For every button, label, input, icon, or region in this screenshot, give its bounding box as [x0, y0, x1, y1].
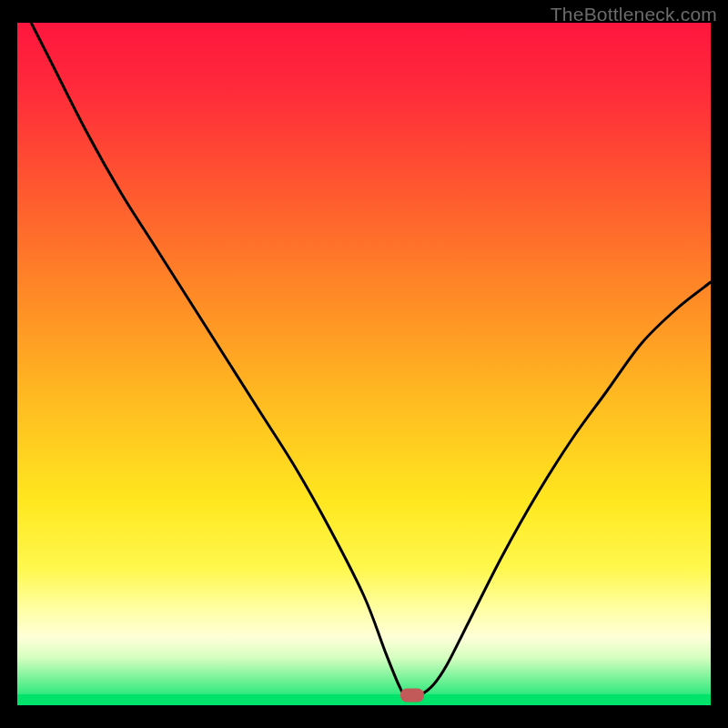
watermark-label: TheBottleneck.com — [551, 4, 717, 25]
bottleneck-curve — [17, 23, 711, 705]
plot-area — [17, 23, 711, 705]
optimum-marker — [400, 688, 424, 702]
chart-container: TheBottleneck.com — [0, 0, 728, 728]
